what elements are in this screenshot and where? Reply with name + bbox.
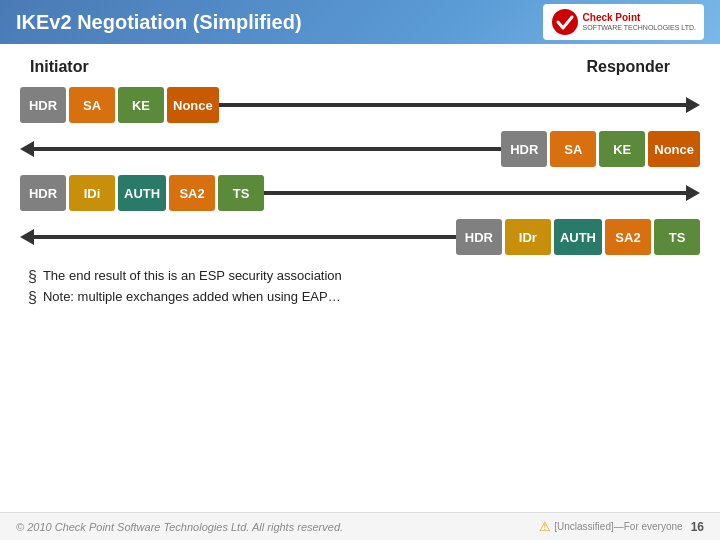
responder-label: Responder [586, 58, 670, 76]
row3: HDR IDi AUTH SA2 TS [20, 172, 700, 214]
row2-arrowhead [20, 141, 34, 157]
row2-arrow-line [34, 147, 501, 151]
row1-arrowhead [686, 97, 700, 113]
row3-auth: AUTH [118, 175, 166, 211]
row4-arrowhead [20, 229, 34, 245]
bullet-2: § [28, 290, 37, 306]
footer: © 2010 Check Point Software Technologies… [0, 512, 720, 540]
row4-arrow-line [34, 235, 456, 239]
note-2-text: Note: multiple exchanges added when usin… [43, 289, 341, 304]
footer-warning: ⚠ [Unclassified]—For everyone [539, 519, 682, 534]
row1-sa: SA [69, 87, 115, 123]
row1: HDR SA KE Nonce [20, 84, 700, 126]
copyright-text: © 2010 Check Point Software Technologies… [16, 521, 343, 533]
footer-logo: © 2010 Check Point Software Technologies… [16, 521, 343, 533]
row4-hdr: HDR [456, 219, 502, 255]
logo: Check Point SOFTWARE TECHNOLOGIES LTD. [543, 4, 704, 40]
page-title: IKEv2 Negotiation (Simplified) [16, 11, 302, 34]
row1-arrow-line [219, 103, 686, 107]
row3-idi: IDi [69, 175, 115, 211]
row3-hdr: HDR [20, 175, 66, 211]
header: IKEv2 Negotiation (Simplified) Check Poi… [0, 0, 720, 44]
row4-idr: IDr [505, 219, 551, 255]
row2-arrow [20, 141, 501, 157]
row2-boxes: HDR SA KE Nonce [501, 131, 700, 167]
row2-sa: SA [550, 131, 596, 167]
note-2: § Note: multiple exchanges added when us… [28, 289, 692, 306]
footer-right: ⚠ [Unclassified]—For everyone 16 [539, 519, 704, 534]
row1-nonce: Nonce [167, 87, 219, 123]
row2: HDR SA KE Nonce [20, 128, 700, 170]
row1-hdr: HDR [20, 87, 66, 123]
logo-name: Check Point [583, 12, 696, 24]
row3-arrow [264, 185, 700, 201]
row1-boxes: HDR SA KE Nonce [20, 87, 219, 123]
logo-subtitle: SOFTWARE TECHNOLOGIES LTD. [583, 24, 696, 32]
main-content: Initiator Responder HDR SA KE Nonce [0, 44, 720, 320]
row4-auth: AUTH [554, 219, 602, 255]
row4-boxes: HDR IDr AUTH SA2 TS [456, 219, 700, 255]
row4: HDR IDr AUTH SA2 TS [20, 216, 700, 258]
row2-ke: KE [599, 131, 645, 167]
svg-point-0 [552, 9, 578, 35]
row3-arrow-line [264, 191, 686, 195]
note-1-text: The end result of this is an ESP securit… [43, 268, 342, 283]
labels-row: Initiator Responder [20, 58, 700, 82]
row1-arrow [219, 97, 700, 113]
checkmark-icon [551, 8, 579, 36]
row1-ke: KE [118, 87, 164, 123]
row4-arrow [20, 229, 456, 245]
row2-nonce: Nonce [648, 131, 700, 167]
row3-ts: TS [218, 175, 264, 211]
row2-hdr: HDR [501, 131, 547, 167]
exchange-diagram: HDR SA KE Nonce HDR SA KE Nonce [20, 84, 700, 258]
row4-sa2: SA2 [605, 219, 651, 255]
row3-boxes: HDR IDi AUTH SA2 TS [20, 175, 264, 211]
warning-icon: ⚠ [539, 519, 551, 534]
bullet-1: § [28, 269, 37, 285]
note-1: § The end result of this is an ESP secur… [28, 268, 692, 285]
row4-ts: TS [654, 219, 700, 255]
notes-section: § The end result of this is an ESP secur… [20, 268, 700, 306]
page-number: 16 [691, 520, 704, 534]
row3-arrowhead [686, 185, 700, 201]
initiator-label: Initiator [30, 58, 89, 76]
row3-sa2: SA2 [169, 175, 215, 211]
warning-text: [Unclassified]—For everyone [554, 521, 682, 532]
